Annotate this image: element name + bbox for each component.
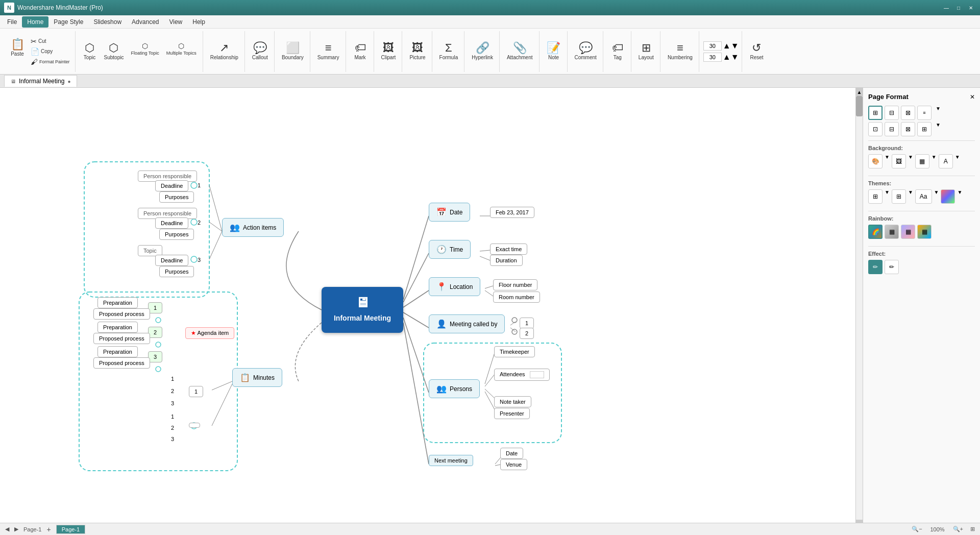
leaf-prop-1[interactable]: Proposed process [93, 308, 150, 320]
bg-pattern-btn[interactable]: ▦ [915, 154, 929, 168]
summary-button[interactable]: ≡Summary [314, 40, 342, 62]
theme-expand-3[interactable]: ▼ [934, 189, 939, 204]
bg-text-expand[interactable]: ▼ [955, 154, 960, 168]
leaf-deadline-1[interactable]: Deadline [155, 180, 188, 191]
theme-btn-3[interactable]: Aa [915, 189, 932, 204]
copy-button[interactable]: 📄Copy [29, 47, 72, 56]
branch-location[interactable]: 📍 Location [429, 277, 480, 296]
rainbow-btn-2[interactable]: ▦ [885, 225, 899, 239]
leaf-date-value[interactable]: Feb 23, 2017 [490, 207, 534, 218]
leaf-prep-1[interactable]: Preparation [97, 297, 138, 308]
leaf-prop-2[interactable]: Proposed process [93, 333, 150, 344]
leaf-attendees[interactable]: Attendees [494, 369, 550, 381]
theme-btn-2[interactable]: ⊞ [892, 189, 906, 204]
leaf-prep-3[interactable]: Preparation [97, 346, 138, 357]
zoom-out-button[interactable]: 🔍− [912, 526, 922, 532]
bg-pattern-expand[interactable]: ▼ [932, 154, 937, 168]
minimize-button[interactable]: — [941, 3, 951, 13]
theme-expand-1[interactable]: ▼ [885, 189, 890, 204]
theme-btn-4[interactable] [941, 189, 955, 204]
layout-btn-1[interactable]: ⊞ [868, 106, 883, 120]
layout-btn-4[interactable]: ≡ [917, 106, 932, 120]
numbering-button[interactable]: ≡Numbering [665, 40, 696, 62]
num-input-1[interactable] [703, 41, 722, 51]
formula-button[interactable]: ΣFormula [436, 40, 461, 62]
multiple-topics-button[interactable]: ⬡Multiple Topics [163, 40, 200, 62]
subtopic-button[interactable]: ⬡Subtopic [101, 40, 127, 62]
layout-btn-6[interactable]: ⊟ [885, 122, 899, 136]
nav-next[interactable]: ▶ [14, 526, 18, 532]
leaf-deadline-3[interactable]: Deadline [155, 255, 188, 266]
rainbow-btn-1[interactable]: 🌈 [868, 225, 883, 239]
layout-btn-7[interactable]: ⊠ [901, 122, 915, 136]
vertical-scrollbar[interactable]: ▲ ▼ [855, 88, 863, 528]
maximize-button[interactable]: □ [953, 3, 964, 13]
layout-expand-icon-2[interactable]: ▼ [936, 122, 941, 136]
leaf-prep-2[interactable]: Preparation [97, 322, 138, 333]
leaf-topic-1[interactable]: 1 [148, 302, 162, 313]
leaf-duration[interactable]: Duration [490, 255, 523, 266]
mark-button[interactable]: 🏷Mark [350, 40, 371, 62]
leaf-timekeeper[interactable]: Timekeeper [494, 346, 535, 357]
layout-btn-2[interactable]: ⊟ [885, 106, 899, 120]
rainbow-btn-4[interactable]: ▦ [917, 225, 932, 239]
note-button[interactable]: 📝Note [544, 40, 564, 62]
num-input-2[interactable] [703, 53, 722, 62]
branch-time[interactable]: 🕐 Time [429, 240, 471, 259]
leaf-next-venue[interactable]: Venue [500, 459, 527, 470]
tab-modified-indicator[interactable]: ● [67, 79, 70, 84]
close-button[interactable]: ✕ [966, 3, 976, 13]
tag-button[interactable]: 🏷Tag [607, 40, 628, 62]
rainbow-btn-3[interactable]: ▦ [901, 225, 915, 239]
leaf-agenda-item[interactable]: ★ Agenda item [185, 327, 234, 339]
branch-minutes[interactable]: 📋 Minutes [232, 368, 282, 387]
relationship-button[interactable]: ↗Relationship [207, 40, 241, 62]
theme-expand-2[interactable]: ▼ [908, 189, 913, 204]
theme-expand-4[interactable]: ▼ [957, 189, 962, 204]
leaf-presenter[interactable]: Presenter [494, 408, 530, 419]
nav-prev[interactable]: ◀ [5, 526, 9, 532]
hyperlink-button[interactable]: 🔗Hyperlink [469, 40, 496, 62]
attachment-button[interactable]: 📎Attachment [504, 40, 536, 62]
canvas[interactable]: 🖥 Informal Meeting 👥 Action items 📋 Minu… [0, 88, 863, 535]
leaf-floor-number[interactable]: Floor number [493, 279, 537, 290]
theme-btn-1[interactable]: ⊞ [868, 189, 883, 204]
panel-close-icon[interactable]: ✕ [970, 93, 975, 101]
paste-button[interactable]: 📋 Paste [7, 37, 28, 66]
fit-page-button[interactable]: ⊞ [970, 526, 975, 532]
menu-help[interactable]: Help [187, 16, 210, 28]
layout-btn-8[interactable]: ⊞ [917, 122, 932, 136]
leaf-mcb-2[interactable]: 2 [520, 328, 534, 339]
cut-button[interactable]: ✂Cut [29, 37, 72, 46]
branch-meeting-called-by[interactable]: 👤 Meeting called by [429, 314, 505, 333]
leaf-mcb-1[interactable]: 1 [520, 318, 534, 329]
effect-btn-1[interactable]: ✏ [868, 260, 883, 274]
bg-image-btn[interactable]: 🖼 [892, 154, 906, 168]
zoom-in-button[interactable]: 🔍+ [953, 526, 963, 532]
bg-color-expand[interactable]: ▼ [885, 154, 890, 168]
branch-persons[interactable]: 👥 Persons [429, 379, 480, 398]
branch-date[interactable]: 📅 Date [429, 203, 470, 222]
effect-btn-2[interactable]: ✏ [885, 260, 899, 274]
layout-expand-icon[interactable]: ▼ [936, 106, 941, 120]
leaf-room-number[interactable]: Room number [493, 291, 540, 303]
layout-btn-3[interactable]: ⊠ [901, 106, 915, 120]
leaf-purposes-2[interactable]: Purposes [159, 229, 194, 240]
floating-topic-button[interactable]: ⬡Floating Topic [128, 40, 162, 62]
callout-button[interactable]: 💬Callout [249, 40, 271, 62]
leaf-conclusions[interactable] [189, 423, 200, 428]
branch-action-items[interactable]: 👥 Action items [222, 218, 284, 237]
picture-button[interactable]: 🖼Picture [406, 40, 428, 62]
leaf-purposes-1[interactable]: Purposes [159, 191, 194, 203]
boundary-button[interactable]: ⬜Boundary [279, 40, 307, 62]
leaf-topic-3[interactable]: 3 [148, 351, 162, 362]
central-node[interactable]: 🖥 Informal Meeting [322, 287, 403, 333]
menu-file[interactable]: File [2, 16, 22, 28]
menu-page-style[interactable]: Page Style [48, 16, 88, 28]
add-page-button[interactable]: + [46, 525, 51, 533]
canvas-tab[interactable]: 🖥 Informal Meeting ● [4, 75, 77, 87]
reset-button[interactable]: ↺Reset [746, 40, 767, 62]
bg-text-btn[interactable]: A [939, 154, 953, 168]
page-tab-active[interactable]: Page-1 [56, 525, 85, 534]
menu-slideshow[interactable]: Slideshow [88, 16, 127, 28]
